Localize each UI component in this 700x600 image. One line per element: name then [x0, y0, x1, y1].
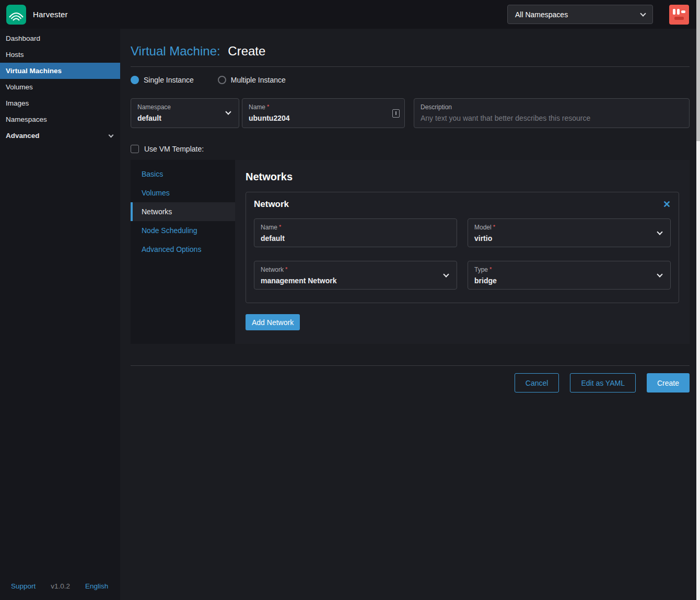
harvester-logo-icon[interactable] — [6, 5, 26, 25]
network-value: management Network — [261, 276, 336, 285]
description-field[interactable]: Description — [414, 98, 690, 128]
description-input[interactable] — [421, 114, 683, 122]
namespace-value: default — [137, 114, 161, 122]
page-title-action: Create — [228, 44, 265, 58]
page-title-resource: Virtual Machine: — [131, 44, 220, 58]
network-name-input[interactable] — [261, 234, 450, 243]
tab-node-scheduling[interactable]: Node Scheduling — [131, 221, 235, 240]
networks-heading: Networks — [246, 171, 679, 183]
network-card-header: Network ✕ — [254, 199, 671, 210]
model-value: virtio — [474, 234, 492, 243]
edit-yaml-button[interactable]: Edit as YAML — [570, 373, 636, 393]
network-select[interactable]: Network management Network — [254, 261, 457, 290]
tab-advanced-options[interactable]: Advanced Options — [131, 240, 235, 259]
sidebar-item-images[interactable]: Images — [0, 95, 120, 111]
name-field[interactable]: Name — [242, 98, 405, 128]
top-right-controls: All Namespaces — [507, 5, 689, 25]
type-value: bridge — [474, 276, 497, 285]
scrollbar-thumb[interactable] — [696, 0, 700, 141]
type-label: Type — [474, 266, 664, 273]
network-card: Network ✕ Name Model virtio Network — [246, 192, 679, 303]
model-select[interactable]: Model virtio — [468, 218, 671, 247]
generate-name-icon — [392, 109, 400, 118]
sidebar-item-volumes[interactable]: Volumes — [0, 79, 120, 95]
sidebar-item-dashboard[interactable]: Dashboard — [0, 30, 120, 47]
sidebar-item-hosts[interactable]: Hosts — [0, 47, 120, 63]
type-select[interactable]: Type bridge — [468, 261, 671, 290]
radio-unselected-icon — [218, 76, 226, 84]
namespace-label: Namespace — [137, 103, 232, 111]
network-name-label: Name — [261, 224, 450, 231]
rancher-logo-icon[interactable] — [669, 5, 689, 25]
sidebar-item-namespaces[interactable]: Namespaces — [0, 111, 120, 128]
scrollbar-track[interactable] — [696, 0, 700, 600]
chevron-down-icon — [640, 10, 646, 16]
title-divider — [131, 66, 690, 67]
chevron-down-icon — [109, 132, 114, 137]
sidebar: Dashboard Hosts Virtual Machines Volumes… — [0, 29, 120, 600]
tab-list: Basics Volumes Networks Node Scheduling … — [131, 160, 235, 344]
network-fields-grid: Name Model virtio Network management Net… — [254, 218, 671, 290]
vm-template-checkbox[interactable] — [131, 145, 139, 153]
network-label: Network — [261, 266, 450, 273]
tab-volumes[interactable]: Volumes — [131, 183, 235, 202]
vm-template-row: Use VM Template: — [131, 145, 690, 153]
top-header: Harvester All Namespaces — [0, 0, 696, 29]
network-card-title: Network — [254, 199, 289, 210]
app-title: Harvester — [33, 10, 68, 19]
main-content: Virtual Machine: Create Single Instance … — [120, 29, 696, 600]
vm-meta-form-row: Namespace default Name Description — [131, 98, 690, 128]
name-label: Name — [249, 103, 398, 111]
cancel-button[interactable]: Cancel — [515, 373, 559, 393]
description-label: Description — [421, 103, 683, 111]
network-name-field[interactable]: Name — [254, 218, 457, 247]
add-network-button[interactable]: Add Network — [246, 314, 300, 330]
model-label: Model — [474, 224, 664, 231]
sidebar-nav: Dashboard Hosts Virtual Machines Volumes… — [0, 30, 120, 144]
networks-tab-content: Networks Network ✕ Name Model virtio — [235, 160, 690, 344]
namespace-filter-value: All Namespaces — [515, 10, 568, 19]
sidebar-item-virtual-machines[interactable]: Virtual Machines — [0, 63, 120, 79]
actions-divider — [131, 365, 690, 366]
radio-multiple-instance[interactable]: Multiple Instance — [218, 76, 286, 84]
support-link[interactable]: Support — [11, 582, 36, 590]
namespace-select[interactable]: Namespace default — [131, 98, 239, 128]
radio-selected-icon — [131, 76, 139, 84]
remove-network-icon[interactable]: ✕ — [663, 200, 671, 209]
tab-basics[interactable]: Basics — [131, 165, 235, 183]
language-link[interactable]: English — [85, 582, 108, 590]
sidebar-item-advanced[interactable]: Advanced — [0, 128, 120, 144]
brand: Harvester — [6, 5, 68, 25]
radio-single-instance[interactable]: Single Instance — [131, 76, 194, 84]
sidebar-footer: Support v1.0.2 English — [0, 582, 120, 590]
namespace-filter-select[interactable]: All Namespaces — [507, 5, 653, 24]
vm-config-tab-panel: Basics Volumes Networks Node Scheduling … — [131, 160, 690, 344]
name-input[interactable] — [249, 114, 398, 122]
create-button[interactable]: Create — [647, 373, 690, 393]
tab-networks[interactable]: Networks — [131, 202, 235, 221]
instance-type-radios: Single Instance Multiple Instance — [131, 76, 690, 84]
page-title: Virtual Machine: Create — [131, 44, 690, 59]
vm-template-label: Use VM Template: — [144, 145, 204, 153]
form-actions: Cancel Edit as YAML Create — [131, 373, 690, 393]
version-label: v1.0.2 — [51, 582, 70, 590]
